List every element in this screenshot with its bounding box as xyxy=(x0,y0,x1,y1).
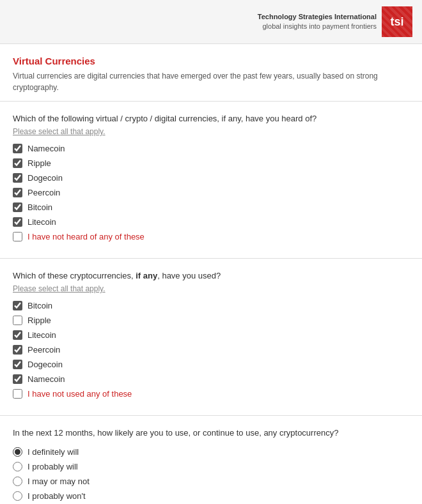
radio-label: I may or may not xyxy=(27,477,90,486)
company-name: Technology Strategies International xyxy=(258,12,377,22)
checkbox-label: Litecoin xyxy=(27,217,56,227)
checkbox-label: I have not heard of any of these xyxy=(27,232,145,241)
logo-text: Technology Strategies International glob… xyxy=(258,12,377,32)
radio-label: I probably won't xyxy=(27,491,86,501)
q2-checkbox-4[interactable] xyxy=(13,360,22,369)
list-item: Bitcoin xyxy=(13,301,409,310)
q3-radio-2[interactable] xyxy=(13,477,22,486)
header: Technology Strategies International glob… xyxy=(0,0,422,44)
checkbox-label: Dogecoin xyxy=(27,360,63,369)
page-title: Virtual Currencies xyxy=(13,56,409,66)
q3-radio-3[interactable] xyxy=(13,491,22,501)
q3-radio-1[interactable] xyxy=(13,462,22,471)
list-item: Dogecoin xyxy=(13,360,409,369)
question-3-text: In the next 12 months, how likely are yo… xyxy=(13,427,409,439)
q1-checkbox-4[interactable] xyxy=(13,202,22,212)
q3-radio-0[interactable] xyxy=(13,447,22,457)
logo-icon: tsi xyxy=(382,6,412,37)
question-block-3: In the next 12 months, how likely are yo… xyxy=(0,416,422,504)
list-item: Dogecoin xyxy=(13,173,409,183)
q2-checkbox-0[interactable] xyxy=(13,301,22,310)
question-1-options: NamecoinRippleDogecoinPeercoinBitcoinLit… xyxy=(13,144,409,241)
list-item: Litecoin xyxy=(13,330,409,340)
checkbox-label: Ripple xyxy=(27,316,51,325)
list-item: Ripple xyxy=(13,158,409,168)
radio-label: I definitely will xyxy=(27,447,79,457)
question-block-2: Which of these cryptocurrencies, if any,… xyxy=(0,259,422,416)
question-2-instruction: Please select all that apply. xyxy=(13,284,409,293)
list-item: Litecoin xyxy=(13,217,409,227)
checkbox-label: Peercoin xyxy=(27,188,60,197)
q1-checkbox-0[interactable] xyxy=(13,144,22,153)
list-item: Namecoin xyxy=(13,374,409,384)
checkbox-label: Bitcoin xyxy=(27,202,52,212)
list-item: Peercoin xyxy=(13,345,409,355)
q2-checkbox-1[interactable] xyxy=(13,316,22,325)
question-3-options: I definitely willI probably willI may or… xyxy=(13,447,409,504)
question-1-text: Which of the following virtual / crypto … xyxy=(13,113,409,125)
list-item: Namecoin xyxy=(13,144,409,153)
checkbox-label: Dogecoin xyxy=(27,173,63,183)
question-2-options: BitcoinRippleLitecoinPeercoinDogecoinNam… xyxy=(13,301,409,399)
checkbox-label: Namecoin xyxy=(27,144,65,153)
list-item: Peercoin xyxy=(13,188,409,197)
list-item: Ripple xyxy=(13,316,409,325)
q1-checkbox-1[interactable] xyxy=(13,158,22,168)
list-item: Bitcoin xyxy=(13,202,409,212)
q1-checkbox-2[interactable] xyxy=(13,173,22,183)
list-item: I have not used any of these xyxy=(13,389,409,399)
q2-checkbox-3[interactable] xyxy=(13,345,22,355)
question-1-instruction: Please select all that apply. xyxy=(13,127,409,136)
list-item: I probably will xyxy=(13,462,409,471)
q1-checkbox-6[interactable] xyxy=(13,232,22,241)
q1-checkbox-5[interactable] xyxy=(13,217,22,227)
checkbox-label: I have not used any of these xyxy=(27,389,132,399)
question-block-1: Which of the following virtual / crypto … xyxy=(0,102,422,259)
list-item: I definitely will xyxy=(13,447,409,457)
q2-checkbox-6[interactable] xyxy=(13,389,22,399)
checkbox-label: Peercoin xyxy=(27,345,60,355)
q2-checkbox-2[interactable] xyxy=(13,330,22,340)
logo-container: Technology Strategies International glob… xyxy=(258,6,412,37)
list-item: I have not heard of any of these xyxy=(13,232,409,241)
select-all-link-2: all that apply xyxy=(61,284,104,293)
tagline: global insights into payment frontiers xyxy=(258,22,377,31)
list-item: I may or may not xyxy=(13,477,409,486)
select-all-link: all that apply xyxy=(61,127,104,136)
page-container: Technology Strategies International glob… xyxy=(0,0,422,504)
checkbox-label: Namecoin xyxy=(27,374,65,384)
checkbox-label: Bitcoin xyxy=(27,301,52,310)
page-description: Virtual currencies are digital currencie… xyxy=(13,70,409,93)
checkbox-label: Ripple xyxy=(27,158,51,168)
radio-label: I probably will xyxy=(27,462,78,471)
title-section: Virtual Currencies Virtual currencies ar… xyxy=(0,44,422,102)
list-item: I probably won't xyxy=(13,491,409,501)
q2-checkbox-5[interactable] xyxy=(13,374,22,384)
checkbox-label: Litecoin xyxy=(27,330,56,340)
q1-checkbox-3[interactable] xyxy=(13,188,22,197)
question-2-text: Which of these cryptocurrencies, if any,… xyxy=(13,270,409,282)
